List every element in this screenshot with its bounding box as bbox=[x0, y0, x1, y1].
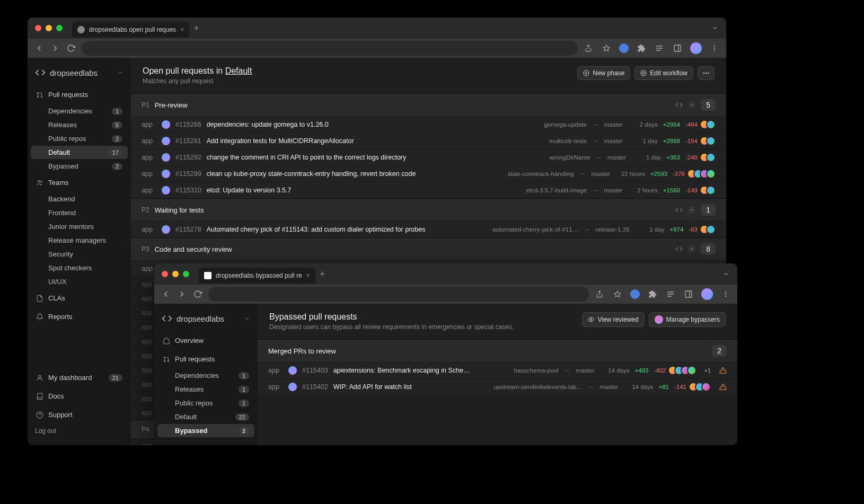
url-bar[interactable] bbox=[208, 287, 589, 302]
minimize-window-button[interactable] bbox=[46, 25, 52, 31]
sidebar-teams[interactable]: Teams bbox=[31, 175, 128, 190]
sidebar-team-junior-mentors[interactable]: Junior mentors bbox=[31, 220, 128, 233]
sidebar-team-backend[interactable]: Backend bbox=[31, 192, 128, 206]
sidebar-team-spot-checkers[interactable]: Spot checkers bbox=[31, 261, 128, 275]
more-button[interactable] bbox=[698, 66, 715, 80]
workflow-link[interactable]: Default bbox=[225, 66, 252, 75]
menu-icon[interactable] bbox=[720, 289, 731, 299]
pr-row[interactable]: app#115310etcd: Update to version 3.5.7e… bbox=[131, 182, 726, 198]
sidebar-item-bypassed[interactable]: Bypassed2 bbox=[157, 424, 254, 437]
reload-button[interactable] bbox=[192, 289, 203, 299]
tab-list-button[interactable] bbox=[711, 24, 719, 32]
pr-target: master bbox=[576, 367, 594, 374]
sidebar-support[interactable]: Support bbox=[31, 408, 128, 422]
extensions-icon[interactable] bbox=[636, 43, 647, 54]
forward-button[interactable] bbox=[50, 43, 60, 54]
new-phase-button[interactable]: New phase bbox=[577, 66, 630, 80]
pr-row[interactable]: app#115266dependencies: update gomega to… bbox=[131, 116, 726, 132]
new-tab-button[interactable]: + bbox=[320, 269, 325, 280]
reload-button[interactable] bbox=[66, 43, 76, 54]
code-icon[interactable] bbox=[675, 101, 683, 109]
org-name: dropseedlabs bbox=[177, 314, 240, 323]
sidebar-pull-requests[interactable]: Pull requests bbox=[157, 352, 254, 366]
sidebar-clas[interactable]: CLAs bbox=[31, 291, 128, 305]
maximize-window-button[interactable] bbox=[56, 25, 63, 31]
back-button[interactable] bbox=[34, 43, 45, 54]
url-bar[interactable] bbox=[82, 41, 578, 56]
org-switcher[interactable]: dropseedlabs bbox=[154, 311, 258, 331]
share-icon[interactable] bbox=[594, 289, 605, 299]
sidebar-logout[interactable]: Log out bbox=[28, 424, 131, 438]
sidebar-item-default[interactable]: Default22 bbox=[157, 410, 254, 423]
arrow-icon: → bbox=[595, 154, 602, 161]
maximize-window-button[interactable] bbox=[183, 271, 189, 277]
sidebar-pull-requests[interactable]: Pull requests bbox=[31, 87, 128, 102]
pr-row[interactable]: app#115292change the comment in CRI API … bbox=[131, 149, 726, 165]
browser-tab[interactable]: dropseedlabs open pull reques × bbox=[72, 22, 189, 38]
sidebar-item-default[interactable]: Default17 bbox=[31, 146, 128, 159]
titlebar: dropseedlabs bypassed pull re × + bbox=[154, 263, 737, 285]
code-icon[interactable] bbox=[675, 245, 683, 253]
sidebar: dropseedlabs Pull requests Dependencies1… bbox=[28, 58, 131, 445]
edit-workflow-button[interactable]: Edit workflow bbox=[634, 66, 693, 80]
sidebar-item-dependencies[interactable]: Dependencies1 bbox=[157, 369, 254, 382]
sidebar-team-release-managers[interactable]: Release managers bbox=[31, 234, 128, 247]
bookmark-icon[interactable] bbox=[601, 43, 612, 54]
new-tab-button[interactable]: + bbox=[193, 23, 199, 34]
org-switcher[interactable]: dropseedlabs bbox=[28, 65, 131, 85]
menu-icon[interactable] bbox=[709, 43, 720, 54]
pr-additions: +1560 bbox=[663, 187, 680, 193]
sidebar-item-public-repos[interactable]: Public repos2 bbox=[31, 132, 128, 145]
tab-list-button[interactable] bbox=[722, 270, 730, 278]
forward-button[interactable] bbox=[177, 289, 187, 299]
gear-icon[interactable] bbox=[688, 206, 695, 214]
manage-bypassers-button[interactable]: Manage bypassers bbox=[649, 312, 726, 327]
close-tab-button[interactable]: × bbox=[180, 26, 184, 33]
sidebar-item-bypassed[interactable]: Bypassed2 bbox=[31, 160, 128, 173]
sidepanel-icon[interactable] bbox=[672, 43, 683, 54]
share-icon[interactable] bbox=[583, 43, 594, 54]
sidebar-team-frontend[interactable]: Frontend bbox=[31, 206, 128, 219]
sidepanel-icon[interactable] bbox=[683, 289, 694, 299]
sidebar-dashboard[interactable]: My dashboard 21 bbox=[31, 370, 128, 385]
back-button[interactable] bbox=[161, 289, 171, 299]
pr-row[interactable]: app#115278Automated cherry pick of #1151… bbox=[131, 221, 726, 237]
password-manager-icon[interactable] bbox=[630, 289, 640, 299]
sidebar-team-ui-ux[interactable]: UI/UX bbox=[31, 275, 128, 288]
sidebar-team-security[interactable]: Security bbox=[31, 247, 128, 261]
reading-list-icon[interactable] bbox=[654, 43, 665, 54]
close-tab-button[interactable]: × bbox=[306, 272, 310, 279]
pr-row[interactable]: app#115291Add integration tests for Mult… bbox=[131, 132, 726, 149]
pr-row[interactable]: app#115403apiextensions: Benchmark escap… bbox=[258, 362, 737, 378]
password-manager-icon[interactable] bbox=[619, 43, 629, 53]
code-icon[interactable] bbox=[675, 206, 683, 214]
pr-row[interactable]: app#115299clean up kube-proxy stale-conn… bbox=[131, 165, 726, 182]
sidebar-overview[interactable]: Overview bbox=[157, 333, 254, 348]
bookmark-icon[interactable] bbox=[612, 289, 623, 299]
close-window-button[interactable] bbox=[35, 25, 41, 31]
pr-age: 14 days bbox=[623, 384, 653, 390]
pr-branch: hasschema-pool bbox=[514, 367, 558, 374]
pr-row[interactable]: app#115402WIP: Add API for watch listups… bbox=[258, 378, 737, 395]
pr-target: master bbox=[592, 171, 610, 177]
close-window-button[interactable] bbox=[162, 271, 168, 277]
pr-target: master bbox=[604, 187, 623, 193]
sidebar-item-releases[interactable]: Releases5 bbox=[31, 118, 128, 131]
extensions-icon[interactable] bbox=[647, 289, 658, 299]
sidebar-item-dependencies[interactable]: Dependencies1 bbox=[31, 104, 128, 118]
pr-author-avatar bbox=[288, 383, 297, 391]
gear-icon[interactable] bbox=[688, 101, 695, 109]
sidebar-docs[interactable]: Docs bbox=[31, 389, 128, 403]
gear-icon[interactable] bbox=[688, 245, 695, 253]
minimize-window-button[interactable] bbox=[172, 271, 179, 277]
profile-avatar[interactable] bbox=[701, 288, 713, 300]
profile-avatar[interactable] bbox=[690, 42, 702, 54]
sidebar-reports[interactable]: Reports bbox=[31, 310, 128, 324]
reading-list-icon[interactable] bbox=[665, 289, 676, 299]
browser-tab[interactable]: dropseedlabs bypassed pull re × bbox=[199, 268, 315, 284]
view-reviewed-button[interactable]: View reviewed bbox=[582, 312, 644, 327]
sidebar-item-label: Bypassed bbox=[175, 427, 239, 435]
sidebar-item-releases[interactable]: Releases1 bbox=[157, 383, 254, 396]
sidebar-item-public-repos[interactable]: Public repos1 bbox=[157, 396, 254, 410]
sidebar-count: 5 bbox=[112, 121, 122, 129]
